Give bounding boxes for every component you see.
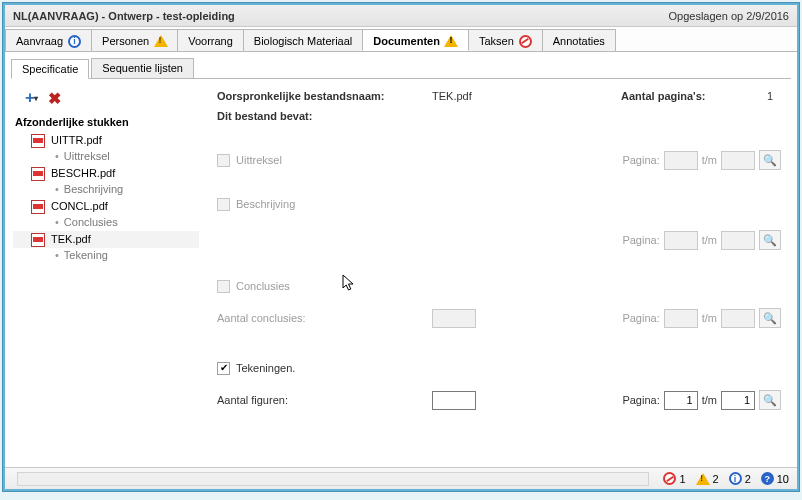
tree-item[interactable]: UITTR.pdf xyxy=(13,132,199,149)
saved-timestamp: Opgeslagen op 2/9/2016 xyxy=(669,10,790,22)
delete-button[interactable]: ✖ xyxy=(43,88,65,108)
stop-icon xyxy=(519,35,532,48)
to-label: t/m xyxy=(702,154,717,166)
page-from-input xyxy=(664,151,698,170)
preview-button[interactable]: 🔍 xyxy=(759,390,781,410)
orig-filename-value: TEK.pdf xyxy=(432,90,472,102)
to-label: t/m xyxy=(702,312,717,324)
tree-item-label: CONCL.pdf xyxy=(51,199,108,214)
page-to-input xyxy=(721,231,755,250)
tree-item[interactable]: BESCHR.pdf xyxy=(13,165,199,182)
info-icon: i xyxy=(68,35,81,48)
page-label: Pagina: xyxy=(622,154,659,166)
tab-annotaties[interactable]: Annotaties xyxy=(542,29,616,51)
orig-filename-label: Oorspronkelijke bestandsnaam: xyxy=(217,90,432,102)
figuren-count-input[interactable] xyxy=(432,391,476,410)
page-to-input xyxy=(721,309,755,328)
tab-documenten[interactable]: Documenten xyxy=(362,29,469,51)
window-title: NL(AANVRAAG) - Ontwerp - test-opleiding xyxy=(13,10,669,22)
preview-icon: 🔍 xyxy=(759,308,781,328)
pages-label: Aantal pagina's: xyxy=(621,90,741,102)
tree-item[interactable]: CONCL.pdf xyxy=(13,198,199,215)
section-label-beschrijving: Beschrijving xyxy=(236,198,295,210)
sub-tab-strip: Specificatie Sequentie lijsten xyxy=(5,52,797,78)
stop-icon xyxy=(663,472,676,485)
pdf-icon xyxy=(31,167,45,181)
status-bar: 1 2 i 2 ? 10 xyxy=(5,467,797,489)
info-icon: i xyxy=(729,472,742,485)
status-errors[interactable]: 1 xyxy=(663,472,685,485)
tree-item-label: TEK.pdf xyxy=(51,232,91,247)
checkbox-beschrijving xyxy=(217,198,230,211)
tab-taksen[interactable]: Taksen xyxy=(468,29,543,51)
plus-icon: +▾ xyxy=(25,91,35,105)
section-label-uittreksel: Uittreksel xyxy=(236,154,282,166)
tab-voorrang[interactable]: Voorrang xyxy=(177,29,244,51)
tab-aanvraag[interactable]: Aanvraag i xyxy=(5,29,92,51)
contains-label: Dit bestand bevat: xyxy=(217,110,312,122)
page-to-input[interactable] xyxy=(721,391,755,410)
checkbox-tekeningen[interactable] xyxy=(217,362,230,375)
conclusies-count-input xyxy=(432,309,476,328)
tab-biologisch-materiaal[interactable]: Biologisch Materiaal xyxy=(243,29,363,51)
warning-icon xyxy=(696,473,710,485)
tree-item-kind: Conclusies xyxy=(13,215,199,231)
tree-item-kind: Tekening xyxy=(13,248,199,264)
subtab-specificatie[interactable]: Specificatie xyxy=(11,59,89,79)
pages-value: 1 xyxy=(741,90,785,102)
pdf-icon xyxy=(31,134,45,148)
tree-item-label: BESCHR.pdf xyxy=(51,166,115,181)
preview-icon: 🔍 xyxy=(759,150,781,170)
delete-icon: ✖ xyxy=(48,89,61,108)
checkbox-conclusies xyxy=(217,280,230,293)
page-label: Pagina: xyxy=(622,394,659,406)
page-from-input[interactable] xyxy=(664,391,698,410)
subtab-sequentie-lijsten[interactable]: Sequentie lijsten xyxy=(91,58,194,78)
sidebar: +▾ ✖ Afzonderlijke stukken UITTR.pdf Uit… xyxy=(13,86,199,460)
page-from-input xyxy=(664,309,698,328)
tree-item-kind: Uittreksel xyxy=(13,149,199,165)
conclusies-count-label: Aantal conclusies: xyxy=(217,312,432,324)
sidebar-title: Afzonderlijke stukken xyxy=(13,114,199,132)
tree-item-kind: Beschrijving xyxy=(13,182,199,198)
warning-icon xyxy=(154,35,167,48)
page-from-input xyxy=(664,231,698,250)
tab-personen[interactable]: Personen xyxy=(91,29,178,51)
checkbox-uittreksel xyxy=(217,154,230,167)
warning-icon xyxy=(445,34,458,47)
pdf-icon xyxy=(31,200,45,214)
page-label: Pagina: xyxy=(622,234,659,246)
status-help[interactable]: ? 10 xyxy=(761,472,789,485)
add-button[interactable]: +▾ xyxy=(19,88,41,108)
window-titlebar: NL(AANVRAAG) - Ontwerp - test-opleiding … xyxy=(5,5,797,27)
page-to-input xyxy=(721,151,755,170)
to-label: t/m xyxy=(702,394,717,406)
tree-item[interactable]: TEK.pdf xyxy=(13,231,199,248)
status-warnings[interactable]: 2 xyxy=(696,473,719,485)
horizontal-scrollbar[interactable] xyxy=(17,472,649,486)
page-label: Pagina: xyxy=(622,312,659,324)
status-info[interactable]: i 2 xyxy=(729,472,751,485)
help-icon: ? xyxy=(761,472,774,485)
figuren-count-label: Aantal figuren: xyxy=(217,394,432,406)
pdf-icon xyxy=(31,233,45,247)
section-label-conclusies: Conclusies xyxy=(236,280,290,292)
main-tab-strip: Aanvraag i Personen Voorrang Biologisch … xyxy=(5,27,797,52)
detail-panel: Oorspronkelijke bestandsnaam: TEK.pdf Aa… xyxy=(199,86,789,460)
tree-item-label: UITTR.pdf xyxy=(51,133,102,148)
section-label-tekeningen: Tekeningen. xyxy=(236,362,295,374)
file-tree: UITTR.pdf Uittreksel BESCHR.pdf Beschrij… xyxy=(13,132,199,264)
to-label: t/m xyxy=(702,234,717,246)
preview-icon: 🔍 xyxy=(759,230,781,250)
